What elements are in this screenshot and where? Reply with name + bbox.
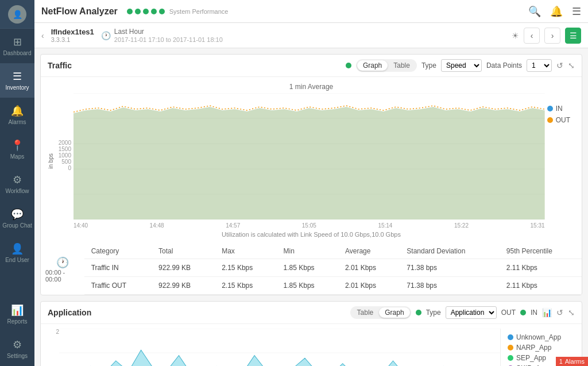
device-ip: 3.3.3.1 — [51, 36, 94, 43]
datapoints-select[interactable]: 1 5 10 — [527, 59, 552, 72]
type-select[interactable]: Speed Volume — [441, 59, 482, 72]
status-dot-5 — [159, 9, 165, 14]
status-dot-1 — [127, 9, 133, 14]
subheader: ‹ IfIndex1tes1 3.3.3.1 🕐 Last Hour 2017-… — [34, 23, 588, 48]
x-label-4: 15:14 — [378, 222, 392, 229]
sidebar-item-settings[interactable]: ⚙ Settings — [0, 332, 34, 366]
th-total: Total — [152, 244, 215, 259]
row-out-total: 922.99 KB — [152, 277, 215, 295]
out-legend-label: OUT — [556, 116, 570, 124]
settings-icon: ⚙ — [13, 338, 22, 351]
row-out-stddev: 71.38 bps — [400, 277, 499, 295]
row-out-min: 1.85 Kbps — [277, 277, 338, 295]
search-icon[interactable]: 🔍 — [528, 5, 541, 18]
app-out-label: OUT — [501, 309, 516, 317]
app-type-label: Type — [426, 309, 441, 317]
alarms-count: 1 — [559, 358, 563, 365]
app-in-dot — [520, 310, 526, 315]
sidebar-item-alarms[interactable]: 🔔 Alarms — [0, 98, 34, 132]
sidebar-label-reports: Reports — [7, 318, 27, 325]
app-graph-dot — [416, 310, 421, 315]
app-refresh-icon[interactable]: ↺ — [556, 308, 563, 317]
traffic-controls: Graph Table Type Speed Volume Data Point… — [346, 59, 575, 72]
status-dots — [127, 9, 165, 14]
inventory-icon: ☰ — [13, 70, 22, 83]
alarms-badge[interactable]: 1 Alarms — [556, 357, 588, 366]
legend-out: OUT — [547, 116, 570, 124]
sidebar-item-workflow[interactable]: ⚙ Workflow — [0, 167, 34, 201]
expand-icon[interactable]: ⤡ — [568, 61, 575, 70]
menu-icon[interactable]: ☰ — [572, 5, 581, 18]
sidebar-item-dashboard[interactable]: ⊞ Dashboard — [0, 29, 34, 63]
nav-back-arrow[interactable]: ‹ — [41, 31, 44, 40]
alarms-label: Alarms — [565, 358, 585, 365]
app-bar-icon[interactable]: 📊 — [542, 308, 552, 317]
x-axis: 14:40 14:48 14:57 15:05 15:14 15:22 15:3… — [74, 221, 545, 229]
prev-button[interactable]: ‹ — [524, 28, 540, 44]
next-button[interactable]: › — [544, 28, 560, 44]
main-content: NetFlow Analyzer System Performance 🔍 🔔 … — [34, 0, 588, 366]
sidebar-avatar: 👤 — [0, 0, 34, 29]
time-display: 00:00 - 00:00 — [45, 269, 80, 283]
narp-app-label: NARP_App — [516, 344, 551, 352]
enduser-icon: 👤 — [11, 242, 24, 255]
sidebar-label-dashboard: Dashboard — [3, 50, 32, 56]
app-in-label: IN — [531, 309, 537, 317]
chart-main: 14:40 14:48 14:57 15:05 15:14 15:22 15:3… — [74, 93, 545, 229]
row-out-avg: 2.01 Kbps — [338, 277, 400, 295]
sidebar-item-enduser[interactable]: 👤 End User — [0, 236, 34, 270]
app-toggle-group: Table Graph — [350, 306, 411, 319]
status-dot-2 — [135, 9, 141, 14]
app-table-toggle-btn[interactable]: Table — [351, 307, 380, 318]
device-info: IfIndex1tes1 3.3.3.1 — [51, 28, 94, 43]
table-toggle-btn[interactable]: Table — [388, 60, 416, 71]
application-controls: Table Graph Type Application Protocol OU… — [350, 306, 575, 319]
sun-icon[interactable]: ☀ — [512, 31, 519, 40]
y-label-2000: 2000 — [59, 140, 71, 146]
in-legend-dot — [547, 106, 553, 111]
in-legend-label: IN — [556, 105, 563, 113]
row-in-max: 2.15 Kbps — [215, 259, 276, 277]
graph-dot — [346, 63, 351, 68]
menu-green-button[interactable]: ☰ — [565, 28, 581, 44]
app-chart-main — [59, 329, 500, 366]
table-row-in: Traffic IN 922.99 KB 2.15 Kbps 1.85 Kbps… — [84, 259, 582, 277]
reports-icon: 📊 — [11, 304, 24, 317]
maps-icon: 📍 — [11, 139, 24, 152]
chart-title: 1 min Average — [48, 83, 575, 91]
sidebar-item-groupchat[interactable]: 💬 Group Chat — [0, 201, 34, 236]
sidebar-item-maps[interactable]: 📍 Maps — [0, 132, 34, 167]
app-expand-icon[interactable]: ⤡ — [568, 308, 575, 317]
th-average: Average — [338, 244, 400, 259]
time-cell-icon: 🕐 — [56, 256, 69, 269]
bell-icon[interactable]: 🔔 — [550, 5, 563, 18]
status-dot-4 — [151, 9, 157, 14]
out-legend-dot — [547, 117, 553, 123]
chart-legend: IN OUT — [547, 93, 575, 229]
sidebar-label-maps: Maps — [10, 153, 24, 160]
avatar: 👤 — [8, 5, 26, 24]
stats-table-wrapper: 🕐 00:00 - 00:00 Category Total Max Min A… — [41, 244, 582, 295]
subheader-actions: ☀ ‹ › ☰ — [512, 28, 581, 44]
legend-in: IN — [547, 105, 570, 113]
app-title: NetFlow Analyzer — [41, 6, 118, 17]
sidebar-item-inventory[interactable]: ☰ Inventory — [0, 63, 34, 98]
legend-unknown-app: Unknown_App — [508, 333, 568, 341]
legend-narp-app: NARP_App — [508, 344, 568, 352]
th-stddev: Standard Deviation — [400, 244, 499, 259]
sep-app-dot — [508, 355, 513, 361]
y-label-500: 500 — [61, 159, 71, 165]
traffic-chart-svg — [74, 93, 545, 219]
stats-table: Category Total Max Min Average Standard … — [84, 244, 582, 295]
x-label-2: 14:57 — [226, 222, 240, 229]
refresh-icon[interactable]: ↺ — [556, 61, 563, 70]
app-type-select[interactable]: Application Protocol — [446, 306, 497, 319]
device-name: IfIndex1tes1 — [51, 28, 94, 36]
sidebar-item-reports[interactable]: 📊 Reports — [0, 297, 34, 332]
graph-toggle-btn[interactable]: Graph — [357, 60, 388, 71]
app-graph-toggle-btn[interactable]: Graph — [379, 307, 409, 318]
time-cell: 🕐 00:00 - 00:00 — [41, 244, 84, 295]
sidebar-label-groupchat: Group Chat — [2, 222, 32, 229]
sidebar-label-settings: Settings — [7, 353, 28, 359]
status-dot-3 — [143, 9, 149, 14]
